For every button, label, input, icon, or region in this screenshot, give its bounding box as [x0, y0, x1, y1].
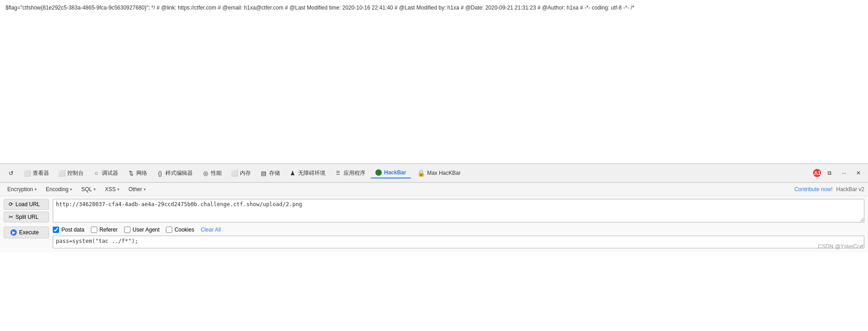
browser-toolbar: ↺ ⬜ 查看器 ⬜ 控制台 ○ 调试器 ⇅ 网络 {} 样式编辑器 ◎ 性能 ⬜… [0, 163, 868, 183]
toolbar-storage[interactable]: ▤ 存储 [256, 168, 284, 179]
url-input[interactable] [53, 199, 864, 222]
url-section: ⟳ Load URL ✂ Split URL [0, 196, 868, 224]
execute-icon: ▶ [10, 229, 17, 236]
debugger-icon: ○ [93, 169, 100, 177]
toolbar-accessibility-label: 无障碍环境 [298, 169, 325, 177]
contribute-link-label: Contribute now! [794, 186, 833, 193]
detach-button[interactable]: ⧉ [824, 168, 835, 178]
post-data-section [53, 236, 864, 250]
user-agent-checkbox-label[interactable]: User Agent [124, 227, 160, 233]
more-button[interactable]: ··· [838, 168, 850, 178]
execute-button[interactable]: ▶ Execute [4, 227, 49, 238]
user-agent-label: User Agent [133, 227, 160, 233]
contribute-link[interactable]: Contribute now! [794, 186, 833, 193]
execute-label: Execute [19, 229, 39, 236]
toolbar-style-editor[interactable]: {} 样式编辑器 [153, 168, 196, 179]
hackbar-version-label: HackBar v2 [836, 186, 864, 193]
error-icon: ⚠ [813, 170, 818, 176]
hackbar-tab-label: HackBar [384, 169, 406, 176]
post-data-label: Post data [61, 227, 85, 233]
menu-xss-label: XSS [105, 186, 116, 193]
other-chevron-down-icon: ▾ [144, 187, 146, 192]
load-url-button[interactable]: ⟳ Load URL [4, 199, 49, 210]
menu-sql-label: SQL [81, 186, 92, 193]
storage-icon: ▤ [260, 169, 267, 177]
post-data-input[interactable] [53, 236, 864, 248]
menu-other[interactable]: Other ▾ [125, 185, 150, 194]
console-icon: ⬜ [58, 169, 65, 177]
toolbar-inspector-label: 查看器 [33, 169, 49, 177]
toolbar-console-label: 控制台 [67, 169, 84, 177]
error-badge: ⚠ 1 [813, 169, 821, 177]
toolbar-reload[interactable]: ↺ [4, 168, 18, 178]
performance-icon: ◎ [202, 169, 209, 177]
toolbar-performance-label: 性能 [211, 169, 222, 177]
code-text: $flag="ctfshow{81e292c5-383a-4865-9fca-9… [5, 5, 634, 11]
cookies-checkbox[interactable] [166, 227, 172, 233]
page-content: $flag="ctfshow{81e292c5-383a-4865-9fca-9… [0, 0, 868, 163]
referer-label: Referer [100, 227, 118, 233]
load-url-label: Load URL [15, 201, 40, 207]
toolbar-memory-label: 内存 [240, 169, 251, 177]
close-icon: ✕ [856, 170, 861, 176]
load-url-icon: ⟳ [9, 201, 13, 207]
hackbar-panel: Encryption ▾ Encoding ▾ SQL ▾ XSS ▾ Othe… [0, 183, 868, 252]
referer-checkbox-label[interactable]: Referer [91, 227, 118, 233]
hackbar-menu-bar: Encryption ▾ Encoding ▾ SQL ▾ XSS ▾ Othe… [0, 183, 868, 196]
inspector-icon: ⬜ [24, 169, 31, 177]
hackbar-dot-icon [375, 169, 382, 176]
cookies-checkbox-label[interactable]: Cookies [166, 227, 194, 233]
toolbar-memory[interactable]: ⬜ 内存 [227, 168, 254, 179]
xss-chevron-down-icon: ▾ [117, 187, 120, 192]
encryption-chevron-down-icon: ▾ [35, 187, 37, 192]
menu-encryption-label: Encryption [7, 186, 33, 193]
tab-hackbar[interactable]: HackBar [371, 168, 411, 178]
watermark-text: CSDN @YsterCcc [818, 243, 863, 250]
tab-max-hackbar[interactable]: 🔒 Max HacKBar [413, 168, 465, 178]
split-url-button[interactable]: ✂ Split URL [4, 212, 49, 222]
menu-other-label: Other [129, 186, 142, 193]
toolbar-accessibility[interactable]: ♟ 无障碍环境 [285, 168, 329, 179]
error-count: 1 [818, 170, 821, 176]
clear-all-label: Clear All [200, 227, 221, 233]
encoding-chevron-down-icon: ▾ [70, 187, 72, 192]
toolbar-style-editor-label: 样式编辑器 [165, 169, 193, 177]
post-data-checkbox[interactable] [53, 227, 59, 233]
toolbar-application[interactable]: ⠿ 应用程序 [331, 168, 369, 179]
application-icon: ⠿ [334, 169, 342, 177]
cookies-label: Cookies [175, 227, 194, 233]
menu-encoding[interactable]: Encoding ▾ [42, 185, 76, 194]
close-devtools-button[interactable]: ✕ [853, 168, 864, 178]
side-buttons: ⟳ Load URL ✂ Split URL [4, 199, 49, 222]
menu-encoding-label: Encoding [46, 186, 69, 193]
toolbar-debugger[interactable]: ○ 调试器 [89, 168, 122, 179]
menu-encryption[interactable]: Encryption ▾ [4, 185, 40, 194]
toolbar-debugger-label: 调试器 [102, 169, 118, 177]
toolbar-performance[interactable]: ◎ 性能 [198, 168, 225, 179]
split-url-label: Split URL [15, 214, 39, 220]
toolbar-console[interactable]: ⬜ 控制台 [55, 168, 87, 179]
accessibility-icon: ♟ [289, 169, 296, 177]
clear-all-button[interactable]: Clear All [200, 227, 221, 233]
style-editor-icon: {} [156, 169, 164, 177]
lock-icon: 🔒 [417, 169, 425, 177]
csdn-watermark: CSDN @YsterCcc [818, 243, 863, 250]
toolbar-storage-label: 存储 [269, 169, 280, 177]
memory-icon: ⬜ [231, 169, 238, 177]
detach-icon: ⧉ [828, 170, 832, 176]
reload-icon: ↺ [7, 169, 15, 177]
toolbar-network[interactable]: ⇅ 网络 [124, 168, 151, 179]
menu-xss[interactable]: XSS ▾ [101, 185, 123, 194]
referer-checkbox[interactable] [91, 227, 97, 233]
sql-chevron-down-icon: ▾ [94, 187, 96, 192]
toolbar-inspector[interactable]: ⬜ 查看器 [20, 168, 53, 179]
split-url-icon: ✂ [9, 214, 13, 220]
url-input-wrapper [53, 199, 864, 224]
toolbar-network-label: 网络 [136, 169, 147, 177]
menu-sql[interactable]: SQL ▾ [78, 185, 100, 194]
max-hackbar-tab-label: Max HacKBar [427, 170, 461, 176]
post-data-checkbox-label[interactable]: Post data [53, 227, 85, 233]
more-icon: ··· [842, 170, 846, 176]
user-agent-checkbox[interactable] [124, 227, 130, 233]
toolbar-application-label: 应用程序 [344, 169, 365, 177]
